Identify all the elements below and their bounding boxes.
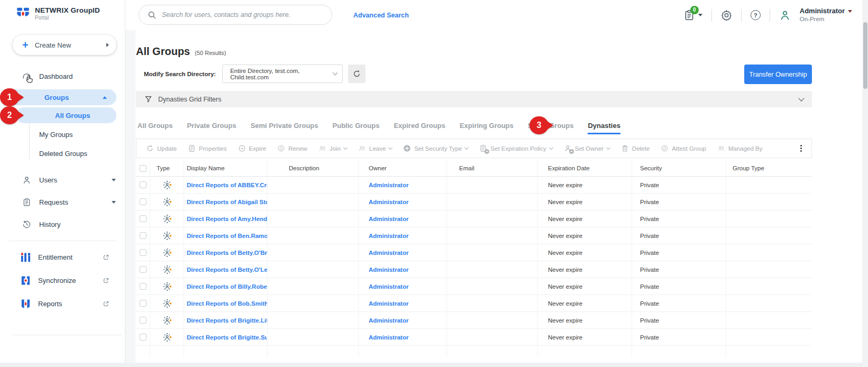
scrollbar-thumb[interactable] — [863, 22, 867, 89]
group-owner-link[interactable]: Administrator — [369, 317, 408, 324]
group-display-name-link[interactable]: Direct Reports of Ben.Ramos — [187, 233, 268, 239]
column-header-email[interactable]: Email — [447, 160, 538, 176]
group-owner-link[interactable]: Administrator — [369, 300, 408, 307]
toolbar-action-leave[interactable]: Leave — [358, 144, 392, 152]
row-checkbox[interactable] — [140, 300, 147, 307]
column-header-expiration-date[interactable]: Expiration Date — [538, 160, 632, 176]
tab-dynasties[interactable]: Dynasties — [588, 122, 620, 134]
dynasty-group-type-icon — [162, 214, 172, 224]
toolbar-action-join[interactable]: Join — [318, 144, 347, 152]
column-header-owner[interactable]: Owner — [359, 160, 447, 176]
table-row: Direct Reports of Bob.Smith Administrato… — [136, 295, 812, 312]
sidebar-item-label: Reports — [38, 300, 62, 308]
table-header-row: Type Display Name Description Owner Emai… — [136, 160, 812, 177]
sidebar-item-history[interactable]: History — [0, 217, 125, 232]
sidebar-item-deleted-groups[interactable]: Deleted Groups — [0, 146, 125, 161]
toolbar-action-managed-by[interactable]: Managed By — [717, 144, 763, 152]
transfer-ownership-button[interactable]: Transfer Ownership — [744, 65, 812, 84]
grid-filters-bar[interactable]: Dynasties Grid Filters — [136, 91, 812, 107]
group-type — [726, 312, 812, 328]
group-display-name-link[interactable]: Direct Reports of Bob.Smith — [187, 300, 268, 307]
group-owner-link[interactable]: Administrator — [369, 267, 408, 273]
toolbar-action-delete[interactable]: Delete — [621, 144, 650, 152]
row-checkbox[interactable] — [140, 266, 147, 273]
help-icon[interactable] — [751, 10, 761, 20]
row-checkbox[interactable] — [140, 232, 147, 239]
sidebar-item-label: Dashboard — [39, 72, 73, 80]
select-all-checkbox[interactable] — [140, 165, 147, 172]
chevron-down-icon — [333, 70, 338, 76]
toolbar-action-properties[interactable]: Properties — [188, 144, 226, 152]
group-owner-link[interactable]: Administrator — [369, 283, 408, 290]
user-environment: On-Prem — [800, 15, 852, 23]
row-checkbox[interactable] — [140, 215, 147, 222]
column-header-group-type[interactable]: Group Type — [726, 160, 812, 176]
row-checkbox[interactable] — [140, 249, 147, 256]
vertical-scrollbar[interactable] — [862, 0, 868, 367]
sidebar-item-dashboard[interactable]: Dashboard — [0, 69, 125, 84]
sidebar-item-reports[interactable]: Reports — [0, 295, 125, 312]
toolbar-action-set-security-type[interactable]: Set Security Type — [403, 144, 468, 152]
dynasty-group-type-icon — [162, 316, 172, 325]
chevron-down-icon — [112, 179, 116, 181]
toolbar-action-set-expiration-policy[interactable]: Set Expiration Policy — [479, 144, 552, 152]
directory-select[interactable]: Entire Directory, test.com, Child.test.c… — [222, 65, 343, 83]
advanced-search-link[interactable]: Advanced Search — [353, 12, 409, 19]
sidebar-item-label: Deleted Groups — [39, 150, 87, 158]
row-checkbox[interactable] — [140, 181, 147, 188]
sidebar-item-my-groups[interactable]: My Groups — [0, 127, 125, 142]
sidebar-item-users[interactable]: Users — [0, 172, 125, 187]
group-display-name-link[interactable]: Direct Reports of Billy.Rober... — [187, 283, 268, 290]
toolbar-action-renew[interactable]: Renew — [277, 144, 307, 152]
sidebar-item-all-groups[interactable]: All Groups — [16, 107, 116, 123]
tab-all-groups[interactable]: All Groups — [138, 122, 172, 134]
sidebar-item-synchronize[interactable]: Synchronize — [0, 272, 125, 289]
group-email — [447, 329, 538, 345]
toolbar-action-set-owner[interactable]: Set Owner — [564, 144, 610, 152]
notifications-button[interactable]: 0 — [683, 10, 702, 21]
group-display-name-link[interactable]: Direct Reports of Betty.O'Bri... — [187, 250, 268, 256]
group-owner-link[interactable]: Administrator — [369, 334, 408, 341]
toolbar-action-attest-group[interactable]: Attest Group — [661, 144, 706, 152]
column-header-type[interactable]: Type — [150, 160, 184, 176]
dynasty-group-type-icon — [162, 248, 172, 258]
tab-expired-groups[interactable]: Expired Groups — [394, 122, 445, 134]
group-owner-link[interactable]: Administrator — [369, 216, 408, 222]
refresh-button[interactable] — [348, 65, 366, 83]
group-description — [268, 227, 359, 244]
tab-public-groups[interactable]: Public Groups — [333, 122, 380, 134]
more-actions-button[interactable] — [800, 145, 802, 152]
row-checkbox[interactable] — [140, 317, 147, 324]
toolbar-action-expire[interactable]: Expire — [238, 144, 267, 152]
tab-expiring-groups[interactable]: Expiring Groups — [460, 122, 514, 134]
sidebar-item-requests[interactable]: Requests — [0, 195, 125, 209]
toolbar-action-update[interactable]: Update — [146, 144, 177, 152]
group-owner-link[interactable]: Administrator — [369, 233, 408, 239]
user-avatar-icon[interactable] — [779, 10, 791, 21]
toolbar-separator — [711, 9, 712, 22]
group-email — [447, 312, 538, 328]
row-checkbox[interactable] — [140, 334, 147, 341]
tab-private-groups[interactable]: Private Groups — [187, 122, 236, 134]
group-owner-link[interactable]: Administrator — [369, 250, 408, 256]
group-display-name-link[interactable]: Direct Reports of Brigitte.Su... — [187, 334, 268, 341]
group-type — [726, 227, 812, 244]
settings-gear-icon[interactable] — [721, 10, 732, 21]
search-input[interactable] — [162, 11, 324, 19]
group-display-name-link[interactable]: Direct Reports of Brigitte.Lit... — [187, 317, 268, 324]
row-checkbox[interactable] — [140, 283, 147, 290]
sidebar-item-entitlement[interactable]: Entitlement — [0, 249, 125, 265]
column-header-security[interactable]: Security — [632, 160, 726, 176]
group-owner-link[interactable]: Administrator — [369, 182, 408, 188]
group-owner-link[interactable]: Administrator — [369, 199, 408, 205]
group-display-name-link[interactable]: Direct Reports of ABBEY.Cra... — [187, 182, 268, 188]
column-header-description[interactable]: Description — [268, 160, 359, 176]
group-display-name-link[interactable]: Direct Reports of Abigail Sto... — [187, 199, 268, 205]
group-display-name-link[interactable]: Direct Reports of Betty.O'Le... — [187, 267, 268, 273]
group-display-name-link[interactable]: Direct Reports of Amy.Hend... — [187, 216, 268, 222]
column-header-display-name[interactable]: Display Name — [184, 160, 268, 176]
create-new-button[interactable]: + Create New — [13, 35, 116, 55]
tab-semi-private-groups[interactable]: Semi Private Groups — [251, 122, 318, 134]
row-checkbox[interactable] — [140, 198, 147, 205]
user-menu[interactable]: Administrator On-Prem — [800, 7, 852, 23]
